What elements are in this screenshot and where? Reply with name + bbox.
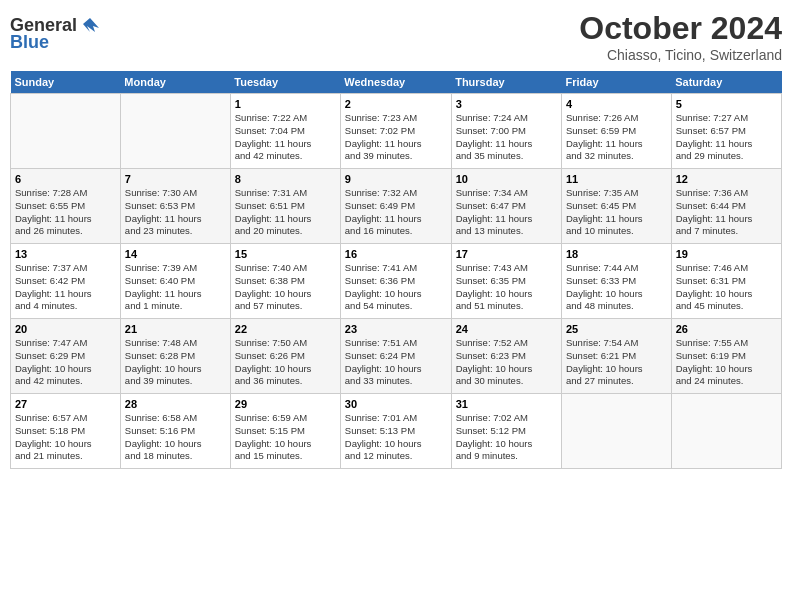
logo-bird-icon [79,14,101,36]
day-info: Sunrise: 7:37 AM Sunset: 6:42 PM Dayligh… [15,262,116,313]
day-number: 21 [125,323,226,335]
day-info: Sunrise: 7:51 AM Sunset: 6:24 PM Dayligh… [345,337,447,388]
day-number: 26 [676,323,777,335]
day-number: 4 [566,98,667,110]
day-number: 30 [345,398,447,410]
calendar-cell: 20Sunrise: 7:47 AM Sunset: 6:29 PM Dayli… [11,319,121,394]
day-info: Sunrise: 6:58 AM Sunset: 5:16 PM Dayligh… [125,412,226,463]
logo-blue-text: Blue [10,32,49,53]
logo: General Blue [10,14,101,53]
day-number: 16 [345,248,447,260]
day-info: Sunrise: 7:39 AM Sunset: 6:40 PM Dayligh… [125,262,226,313]
week-row-2: 6Sunrise: 7:28 AM Sunset: 6:55 PM Daylig… [11,169,782,244]
calendar-cell: 9Sunrise: 7:32 AM Sunset: 6:49 PM Daylig… [340,169,451,244]
calendar-cell: 19Sunrise: 7:46 AM Sunset: 6:31 PM Dayli… [671,244,781,319]
calendar-cell [11,94,121,169]
calendar-cell: 4Sunrise: 7:26 AM Sunset: 6:59 PM Daylig… [561,94,671,169]
day-number: 31 [456,398,557,410]
day-info: Sunrise: 7:36 AM Sunset: 6:44 PM Dayligh… [676,187,777,238]
page-header: General Blue October 2024 Chiasso, Ticin… [10,10,782,63]
day-number: 1 [235,98,336,110]
day-number: 23 [345,323,447,335]
day-info: Sunrise: 7:41 AM Sunset: 6:36 PM Dayligh… [345,262,447,313]
calendar-cell: 5Sunrise: 7:27 AM Sunset: 6:57 PM Daylig… [671,94,781,169]
calendar-cell: 26Sunrise: 7:55 AM Sunset: 6:19 PM Dayli… [671,319,781,394]
day-number: 25 [566,323,667,335]
day-number: 10 [456,173,557,185]
day-info: Sunrise: 7:01 AM Sunset: 5:13 PM Dayligh… [345,412,447,463]
day-number: 2 [345,98,447,110]
day-info: Sunrise: 7:48 AM Sunset: 6:28 PM Dayligh… [125,337,226,388]
calendar-cell [561,394,671,469]
header-day-monday: Monday [120,71,230,94]
day-info: Sunrise: 7:47 AM Sunset: 6:29 PM Dayligh… [15,337,116,388]
day-info: Sunrise: 7:02 AM Sunset: 5:12 PM Dayligh… [456,412,557,463]
svg-marker-0 [83,18,99,32]
day-info: Sunrise: 7:35 AM Sunset: 6:45 PM Dayligh… [566,187,667,238]
calendar-cell: 14Sunrise: 7:39 AM Sunset: 6:40 PM Dayli… [120,244,230,319]
header-day-sunday: Sunday [11,71,121,94]
calendar-cell: 2Sunrise: 7:23 AM Sunset: 7:02 PM Daylig… [340,94,451,169]
day-number: 8 [235,173,336,185]
calendar-cell: 23Sunrise: 7:51 AM Sunset: 6:24 PM Dayli… [340,319,451,394]
day-info: Sunrise: 7:23 AM Sunset: 7:02 PM Dayligh… [345,112,447,163]
calendar-cell: 25Sunrise: 7:54 AM Sunset: 6:21 PM Dayli… [561,319,671,394]
day-number: 9 [345,173,447,185]
header-day-saturday: Saturday [671,71,781,94]
calendar-cell: 13Sunrise: 7:37 AM Sunset: 6:42 PM Dayli… [11,244,121,319]
day-number: 24 [456,323,557,335]
calendar-cell: 30Sunrise: 7:01 AM Sunset: 5:13 PM Dayli… [340,394,451,469]
day-number: 14 [125,248,226,260]
subtitle: Chiasso, Ticino, Switzerland [579,47,782,63]
day-number: 13 [15,248,116,260]
day-info: Sunrise: 7:54 AM Sunset: 6:21 PM Dayligh… [566,337,667,388]
month-title: October 2024 [579,10,782,47]
day-number: 5 [676,98,777,110]
day-number: 27 [15,398,116,410]
calendar-cell: 31Sunrise: 7:02 AM Sunset: 5:12 PM Dayli… [451,394,561,469]
day-info: Sunrise: 7:26 AM Sunset: 6:59 PM Dayligh… [566,112,667,163]
day-info: Sunrise: 7:40 AM Sunset: 6:38 PM Dayligh… [235,262,336,313]
calendar-cell: 10Sunrise: 7:34 AM Sunset: 6:47 PM Dayli… [451,169,561,244]
calendar-cell: 18Sunrise: 7:44 AM Sunset: 6:33 PM Dayli… [561,244,671,319]
day-number: 15 [235,248,336,260]
header-day-tuesday: Tuesday [230,71,340,94]
week-row-1: 1Sunrise: 7:22 AM Sunset: 7:04 PM Daylig… [11,94,782,169]
day-info: Sunrise: 7:27 AM Sunset: 6:57 PM Dayligh… [676,112,777,163]
header-day-wednesday: Wednesday [340,71,451,94]
day-info: Sunrise: 7:34 AM Sunset: 6:47 PM Dayligh… [456,187,557,238]
day-info: Sunrise: 7:43 AM Sunset: 6:35 PM Dayligh… [456,262,557,313]
calendar-cell: 29Sunrise: 6:59 AM Sunset: 5:15 PM Dayli… [230,394,340,469]
day-number: 22 [235,323,336,335]
day-info: Sunrise: 7:31 AM Sunset: 6:51 PM Dayligh… [235,187,336,238]
day-number: 19 [676,248,777,260]
day-number: 6 [15,173,116,185]
header-day-friday: Friday [561,71,671,94]
calendar-cell: 3Sunrise: 7:24 AM Sunset: 7:00 PM Daylig… [451,94,561,169]
calendar-cell: 28Sunrise: 6:58 AM Sunset: 5:16 PM Dayli… [120,394,230,469]
day-info: Sunrise: 7:44 AM Sunset: 6:33 PM Dayligh… [566,262,667,313]
week-row-5: 27Sunrise: 6:57 AM Sunset: 5:18 PM Dayli… [11,394,782,469]
calendar-cell: 8Sunrise: 7:31 AM Sunset: 6:51 PM Daylig… [230,169,340,244]
calendar-cell: 24Sunrise: 7:52 AM Sunset: 6:23 PM Dayli… [451,319,561,394]
calendar-cell: 17Sunrise: 7:43 AM Sunset: 6:35 PM Dayli… [451,244,561,319]
day-number: 29 [235,398,336,410]
calendar-cell [671,394,781,469]
calendar-cell: 1Sunrise: 7:22 AM Sunset: 7:04 PM Daylig… [230,94,340,169]
day-number: 18 [566,248,667,260]
calendar-cell: 16Sunrise: 7:41 AM Sunset: 6:36 PM Dayli… [340,244,451,319]
calendar-cell: 7Sunrise: 7:30 AM Sunset: 6:53 PM Daylig… [120,169,230,244]
day-info: Sunrise: 7:46 AM Sunset: 6:31 PM Dayligh… [676,262,777,313]
day-number: 20 [15,323,116,335]
calendar-cell: 12Sunrise: 7:36 AM Sunset: 6:44 PM Dayli… [671,169,781,244]
week-row-4: 20Sunrise: 7:47 AM Sunset: 6:29 PM Dayli… [11,319,782,394]
day-number: 7 [125,173,226,185]
day-info: Sunrise: 7:52 AM Sunset: 6:23 PM Dayligh… [456,337,557,388]
header-day-thursday: Thursday [451,71,561,94]
calendar-cell: 21Sunrise: 7:48 AM Sunset: 6:28 PM Dayli… [120,319,230,394]
day-number: 12 [676,173,777,185]
calendar-cell: 6Sunrise: 7:28 AM Sunset: 6:55 PM Daylig… [11,169,121,244]
day-number: 3 [456,98,557,110]
calendar-cell [120,94,230,169]
calendar-table: SundayMondayTuesdayWednesdayThursdayFrid… [10,71,782,469]
